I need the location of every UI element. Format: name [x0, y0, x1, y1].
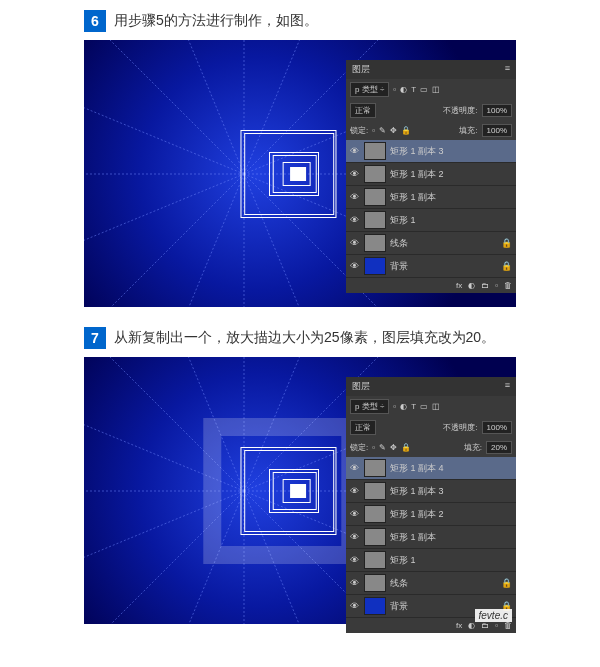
- trash-icon[interactable]: 🗑: [504, 281, 512, 290]
- layer-name: 矩形 1 副本 3: [390, 485, 512, 498]
- layer-thumb: [364, 597, 386, 615]
- layer-row[interactable]: 👁线条🔒: [346, 232, 516, 255]
- mask-icon[interactable]: ◐: [468, 281, 475, 290]
- visibility-icon[interactable]: 👁: [350, 463, 360, 473]
- layer-name: 矩形 1 副本 4: [390, 462, 512, 475]
- layer-thumb: [364, 574, 386, 592]
- layer-row[interactable]: 👁矩形 1 副本 3: [346, 140, 516, 163]
- layer-thumb: [364, 142, 386, 160]
- layer-thumb: [364, 528, 386, 546]
- visibility-icon[interactable]: 👁: [350, 555, 360, 565]
- layers-panel[interactable]: 图层≡ p 类型 ÷▫◐T▭◫ 正常不透明度:100% 锁定:▫✎✥🔒填充:20…: [346, 377, 516, 633]
- layers-panel[interactable]: 图层≡ p 类型 ÷▫◐T▭◫ 正常不透明度:100% 锁定:▫✎✥🔒填充:10…: [346, 60, 516, 293]
- layer-name: 矩形 1 副本 2: [390, 508, 512, 521]
- visibility-icon[interactable]: 👁: [350, 169, 360, 179]
- visibility-icon[interactable]: 👁: [350, 192, 360, 202]
- visibility-icon[interactable]: 👁: [350, 509, 360, 519]
- layer-thumb: [364, 188, 386, 206]
- layer-name: 矩形 1: [390, 554, 512, 567]
- layer-name: 线条: [390, 237, 497, 250]
- lock-icon: 🔒: [501, 261, 512, 271]
- layer-name: 矩形 1 副本 3: [390, 145, 512, 158]
- layer-thumb: [364, 482, 386, 500]
- svg-line-9: [84, 40, 244, 174]
- visibility-icon[interactable]: 👁: [350, 146, 360, 156]
- folder-icon[interactable]: 🗀: [481, 281, 489, 290]
- visibility-icon[interactable]: 👁: [350, 238, 360, 248]
- visibility-icon[interactable]: 👁: [350, 578, 360, 588]
- folder-icon[interactable]: 🗀: [481, 621, 489, 630]
- new-layer-icon[interactable]: ▫: [495, 281, 498, 290]
- layer-name: 线条: [390, 577, 497, 590]
- screenshot: 图层≡ p 类型 ÷▫◐T▭◫ 正常不透明度:100% 锁定:▫✎✥🔒填充:10…: [84, 40, 516, 307]
- layer-row[interactable]: 👁矩形 1: [346, 549, 516, 572]
- visibility-icon[interactable]: 👁: [350, 215, 360, 225]
- layer-thumb: [364, 211, 386, 229]
- svg-line-11: [91, 40, 244, 174]
- layer-thumb: [364, 459, 386, 477]
- fill-value[interactable]: 20%: [486, 441, 512, 454]
- lock-label: 锁定:: [350, 442, 368, 453]
- step-description: 从新复制出一个，放大描边大小为25像素，图层填充改为20。: [114, 329, 495, 347]
- layer-thumb: [364, 505, 386, 523]
- panel-title: 图层: [352, 380, 370, 393]
- filter-type[interactable]: p 类型 ÷: [350, 82, 389, 97]
- layer-row[interactable]: 👁矩形 1 副本: [346, 186, 516, 209]
- layer-name: 矩形 1 副本: [390, 531, 512, 544]
- lock-icon: 🔒: [501, 238, 512, 248]
- layer-row[interactable]: 👁矩形 1 副本 4: [346, 457, 516, 480]
- layer-row[interactable]: 👁矩形 1: [346, 209, 516, 232]
- fill-label: 填充:: [459, 125, 477, 136]
- visibility-icon[interactable]: 👁: [350, 601, 360, 611]
- layer-thumb: [364, 234, 386, 252]
- opacity-label: 不透明度:: [443, 105, 477, 116]
- layer-row[interactable]: 👁背景🔒: [346, 255, 516, 278]
- filter-type[interactable]: p 类型 ÷: [350, 399, 389, 414]
- visibility-icon[interactable]: 👁: [350, 532, 360, 542]
- layer-row[interactable]: 👁矩形 1 副本 2: [346, 503, 516, 526]
- svg-line-6: [84, 174, 244, 307]
- layer-name: 背景: [390, 260, 497, 273]
- layer-row[interactable]: 👁矩形 1 副本 2: [346, 163, 516, 186]
- fx-icon[interactable]: fx: [456, 281, 462, 290]
- svg-line-5: [91, 174, 244, 307]
- svg-line-10: [84, 40, 244, 174]
- screenshot: 图层≡ p 类型 ÷▫◐T▭◫ 正常不透明度:100% 锁定:▫✎✥🔒填充:20…: [84, 357, 516, 624]
- opacity-value[interactable]: 100%: [482, 421, 512, 434]
- svg-line-7: [84, 174, 244, 307]
- opacity-label: 不透明度:: [443, 422, 477, 433]
- opacity-value[interactable]: 100%: [482, 104, 512, 117]
- step-number: 7: [84, 327, 106, 349]
- blend-mode[interactable]: 正常: [350, 103, 376, 118]
- step-number: 6: [84, 10, 106, 32]
- layer-row[interactable]: 👁线条🔒: [346, 572, 516, 595]
- layer-row[interactable]: 👁矩形 1 副本: [346, 526, 516, 549]
- layer-row[interactable]: 👁矩形 1 副本 3: [346, 480, 516, 503]
- fill-value[interactable]: 100%: [482, 124, 512, 137]
- layer-name: 矩形 1 副本: [390, 191, 512, 204]
- new-layer-icon[interactable]: ▫: [495, 621, 498, 630]
- layer-thumb: [364, 165, 386, 183]
- lock-icon: 🔒: [501, 578, 512, 588]
- fx-icon[interactable]: fx: [456, 621, 462, 630]
- layer-thumb: [364, 551, 386, 569]
- blend-mode[interactable]: 正常: [350, 420, 376, 435]
- layer-name: 矩形 1: [390, 214, 512, 227]
- panel-title: 图层: [352, 63, 370, 76]
- lock-label: 锁定:: [350, 125, 368, 136]
- mask-icon[interactable]: ◐: [468, 621, 475, 630]
- layer-thumb: [364, 257, 386, 275]
- watermark: fevte.c: [475, 609, 512, 622]
- layer-name: 矩形 1 副本 2: [390, 168, 512, 181]
- fill-label: 填充:: [464, 442, 482, 453]
- panel-menu-icon[interactable]: ≡: [505, 380, 510, 393]
- visibility-icon[interactable]: 👁: [350, 261, 360, 271]
- panel-menu-icon[interactable]: ≡: [505, 63, 510, 76]
- trash-icon[interactable]: 🗑: [504, 621, 512, 630]
- step-description: 用步骤5的方法进行制作，如图。: [114, 12, 318, 30]
- visibility-icon[interactable]: 👁: [350, 486, 360, 496]
